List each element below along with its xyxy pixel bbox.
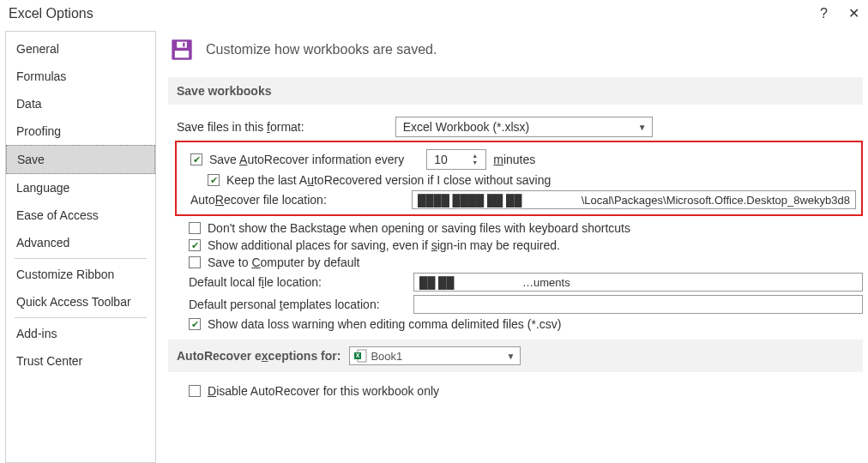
- checkbox-keep-last[interactable]: [208, 174, 220, 186]
- savetocomputer-label: Save to Computer by default: [208, 256, 359, 269]
- close-icon[interactable]: ✕: [848, 5, 859, 21]
- chevron-down-icon: ▼: [506, 352, 515, 361]
- sidebar-item-general[interactable]: General: [6, 35, 155, 63]
- sidebar-item-proofing[interactable]: Proofing: [6, 117, 155, 145]
- sidebar-item-advanced[interactable]: Advanced: [6, 229, 155, 256]
- svg-rect-3: [183, 43, 184, 47]
- format-combo[interactable]: Excel Workbook (*.xlsx) ▼: [395, 117, 653, 137]
- autorecover-loc-label: AutoRecover file location:: [190, 193, 405, 207]
- autorecover-minutes-spinner[interactable]: 10 ▲▼: [426, 149, 486, 170]
- help-icon[interactable]: ?: [820, 6, 828, 21]
- checkbox-addplaces[interactable]: [189, 239, 201, 251]
- autorecover-label: Save AutoRecover information every: [209, 153, 404, 166]
- section-autorecover-exceptions-title: AutoRecover exceptions for: X Book1 ▼: [168, 340, 863, 372]
- svg-rect-1: [175, 51, 189, 57]
- checkbox-csvwarn[interactable]: [189, 318, 201, 330]
- svg-text:X: X: [356, 352, 360, 358]
- sidebar-item-language[interactable]: Language: [6, 174, 155, 201]
- checkbox-savetocomputer[interactable]: [189, 256, 201, 268]
- sidebar-item-qat[interactable]: Quick Access Toolbar: [6, 288, 155, 316]
- sidebar-item-formulas[interactable]: Formulas: [6, 63, 155, 90]
- sidebar-item-easeofaccess[interactable]: Ease of Access: [6, 201, 155, 229]
- disable-autorecover-workbook-label: Disable AutoRecover for this workbook on…: [208, 384, 439, 398]
- sidebar-item-trustcenter[interactable]: Trust Center: [6, 347, 155, 375]
- highlight-box: Save AutoRecover information every 10 ▲▼…: [175, 141, 863, 216]
- sidebar-item-addins[interactable]: Add-ins: [6, 320, 155, 347]
- checkbox-backstage[interactable]: [189, 222, 201, 234]
- format-combo-value: Excel Workbook (*.xlsx): [403, 120, 530, 134]
- tpl-label: Default personal templates location:: [189, 298, 407, 311]
- keep-last-label: Keep the last AutoRecovered version if I…: [226, 173, 551, 187]
- format-label: Save files in this format:: [177, 120, 304, 134]
- defloc-label: Default local file location:: [189, 275, 407, 289]
- section-save-workbooks-title: Save workbooks: [168, 77, 863, 105]
- sidebar-item-customize-ribbon[interactable]: Customize Ribbon: [6, 261, 155, 288]
- checkbox-autorecover[interactable]: [190, 153, 202, 165]
- autorecover-minutes-value: 10: [434, 153, 448, 166]
- exceptions-combo[interactable]: X Book1 ▼: [349, 346, 521, 365]
- sidebar-item-data[interactable]: Data: [6, 90, 155, 117]
- exceptions-combo-value: Book1: [371, 350, 402, 363]
- checkbox-disable-autorecover-workbook[interactable]: [189, 385, 201, 397]
- window-title: Excel Options: [9, 6, 93, 21]
- save-icon: [170, 38, 194, 62]
- backstage-label: Don't show the Backstage when opening or…: [208, 221, 630, 235]
- svg-rect-2: [177, 42, 187, 48]
- addplaces-label: Show additional places for saving, even …: [208, 238, 560, 252]
- sidebar-item-save[interactable]: Save: [6, 145, 155, 174]
- page-heading: Customize how workbooks are saved.: [206, 42, 437, 57]
- tpl-input[interactable]: [413, 295, 863, 314]
- defloc-input[interactable]: ██ ██ …uments: [413, 273, 863, 292]
- sidebar: General Formulas Data Proofing Save Lang…: [5, 31, 156, 463]
- chevron-down-icon: ▼: [638, 123, 647, 132]
- excel-doc-icon: X: [353, 349, 367, 363]
- spinner-buttons-icon[interactable]: ▲▼: [472, 151, 484, 168]
- csvwarn-label: Show data loss warning when editing comm…: [208, 317, 561, 331]
- autorecover-loc-input[interactable]: ████ ████ ██ ██ \Local\Packages\Microsof…: [412, 190, 856, 209]
- minutes-suffix: minutes: [493, 153, 535, 166]
